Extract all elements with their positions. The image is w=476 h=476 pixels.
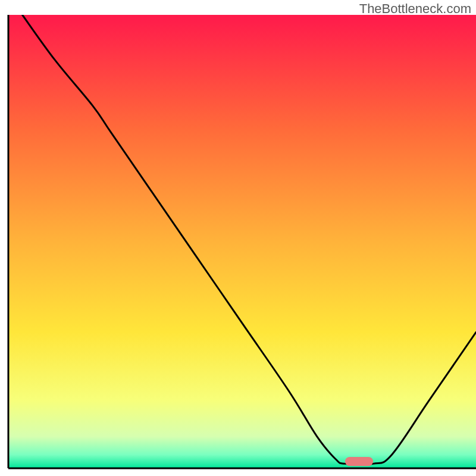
chart-container: TheBottleneck.com — [0, 0, 476, 476]
gradient-background — [8, 15, 476, 468]
watermark-text: TheBottleneck.com — [359, 1, 471, 17]
optimum-marker — [345, 457, 373, 466]
bottleneck-chart — [0, 0, 476, 476]
